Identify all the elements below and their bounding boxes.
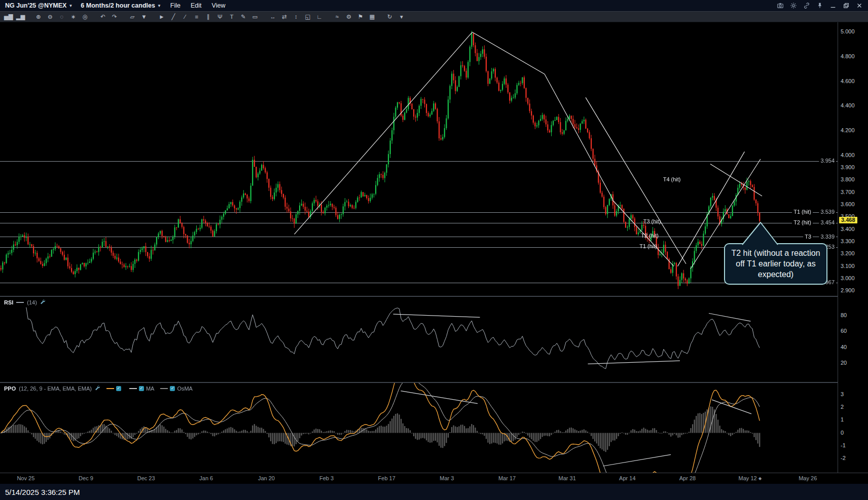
ppo-title: PPO [4,386,16,392]
chevron-down-icon: ▼ [157,4,161,8]
ppo-tick: 3 [841,391,844,397]
time-axis[interactable]: Nov 25Dec 9Dec 23Jan 6Jan 20Feb 3Feb 17M… [0,473,868,484]
price-tick: 3.600 [841,201,855,207]
eraser-icon[interactable]: ▱ [127,12,137,21]
time-axis-label: Mar 3 [440,475,454,481]
pin-icon[interactable] [816,2,823,10]
flag-tool-icon[interactable]: ⚑ [355,12,366,21]
price-tick: 5.000 [841,28,855,34]
symbol-selector[interactable]: NG Jun'25 @NYMEX ▼ [5,2,73,9]
snapshot-icon[interactable] [776,2,784,10]
filter-dropdown-icon[interactable]: ▼ [138,12,149,21]
chart-type-candles-icon[interactable]: ▂▆ [15,12,26,21]
osma-checkbox[interactable]: ✓ [170,386,175,391]
link-icon[interactable] [803,2,810,10]
ppo-params: (12, 26, 9 - EMA, EMA, EMA) [19,386,92,392]
timeframe-selector[interactable]: 6 Months/2 hour candles ▼ [81,2,161,9]
ray-tool-icon[interactable]: ∕ [179,12,190,21]
price-tick: 3.900 [841,164,855,170]
rsi-pane-canvas[interactable] [0,297,838,382]
ppo-tick: -2 [841,455,846,461]
fibonacci-tool-icon[interactable]: ≡ [191,12,202,21]
rsi-tick: 80 [841,312,847,318]
wrench-icon[interactable] [40,299,46,305]
price-axis[interactable]: 5.0004.8004.6004.4004.2004.0003.9003.800… [838,22,868,473]
text-tool-icon[interactable]: T [226,12,237,21]
ma-line-sample [129,388,137,389]
osma-label: OsMA [177,386,193,392]
close-icon[interactable] [855,2,863,10]
chevron-down-icon: ▼ [68,4,73,8]
price-pane-canvas[interactable] [0,22,838,296]
angle-tool-icon[interactable]: ∟ [314,12,324,21]
time-axis-label: Feb 17 [378,475,395,481]
redo-icon[interactable]: ↷ [109,12,120,21]
ppo-tick: 2 [841,404,844,410]
ppo-tick: -1 [841,442,846,448]
indicators-icon[interactable]: ≈ [332,12,342,21]
price-tick: 4.400 [841,102,855,108]
rectangle-tool-icon[interactable]: ▭ [249,12,260,21]
grid-toggle-icon[interactable]: ▦ [367,12,377,21]
ppo-pane-canvas[interactable] [0,383,838,473]
ppo-line-sample [106,388,114,389]
rsi-params: (14) [27,299,37,305]
price-tick: 4.800 [841,53,855,59]
rsi-line-sample [16,302,24,303]
chart-area: RSI (14) PPO (12, 26, 9 - EMA, EMA, EMA)… [0,22,868,484]
menubar: NG Jun'25 @NYMEX ▼ 6 Months/2 hour candl… [0,0,868,11]
time-axis-label: Jan 6 [199,475,213,481]
price-tick: 2.900 [841,287,855,293]
expand-vertical-icon[interactable]: ↕ [291,12,301,21]
pane-separator[interactable] [0,296,868,297]
settings-gear-icon[interactable] [789,2,797,10]
time-axis-label: Apr 14 [619,475,635,481]
window-controls [776,2,863,10]
ppo-line-checkbox[interactable]: ✓ [116,386,121,391]
time-axis-label: Apr 28 [679,475,696,481]
symbol-label: NG Jun'25 @NYMEX [5,2,66,9]
time-axis-label: Nov 25 [17,475,34,481]
toolbar: ▅▇▂▆⊕⊖◌∗◎↶↷▱▼►╱∕≡∥ΨT✎▭↔⇄↕◱∟≈⚙⚑▦↻▾ [0,11,868,22]
zoom-in-icon[interactable]: ⊕ [33,12,44,21]
menu-view[interactable]: View [211,2,227,9]
rsi-pane-header: RSI (14) [4,299,46,305]
ma-checkbox[interactable]: ✓ [139,386,144,391]
pitchfork-tool-icon[interactable]: Ψ [214,12,225,21]
menu-file[interactable]: File [169,2,182,9]
crosshair-icon[interactable]: ◎ [80,12,90,21]
price-tick: 4.600 [841,78,855,84]
pointer-tool-icon[interactable]: ► [156,12,167,21]
zoom-out-icon[interactable]: ⊖ [45,12,55,21]
swap-axes-icon[interactable]: ⇄ [279,12,290,21]
brush-tool-icon[interactable]: ✎ [238,12,248,21]
trendline-tool-icon[interactable]: ╱ [168,12,178,21]
corner-scale-icon[interactable]: ◱ [302,12,313,21]
channel-tool-icon[interactable]: ∥ [203,12,213,21]
price-tick: 4.000 [841,152,855,158]
refresh-icon[interactable]: ↻ [384,12,395,21]
expand-horizontal-icon[interactable]: ↔ [267,12,278,21]
menu-edit[interactable]: Edit [190,2,203,9]
trading-chart-window: NG Jun'25 @NYMEX ▼ 6 Months/2 hour candl… [0,0,868,500]
more-tools-dropdown-icon[interactable]: ▾ [396,12,407,21]
status-bar: 5/14/2025 3:36:25 PM [0,484,868,500]
annotation-callout[interactable]: T2 hit (without a reaction off T1 earlie… [724,243,827,285]
price-tick: 3.100 [841,263,855,269]
zoom-box-icon[interactable]: ◌ [56,12,67,21]
ma-label: MA [146,386,155,392]
minimize-icon[interactable] [829,2,837,10]
settings-gear-icon[interactable]: ⚙ [343,12,354,21]
chart-type-bars-icon[interactable]: ▅▇ [3,12,14,21]
wrench-icon[interactable] [95,385,100,392]
undo-icon[interactable]: ↶ [97,12,108,21]
ppo-pane-header: PPO (12, 26, 9 - EMA, EMA, EMA) ✓ ✓ MA ✓… [4,385,193,392]
ppo-tick: 1 [841,416,844,422]
pan-hand-icon[interactable]: ∗ [68,12,79,21]
time-axis-label: Mar 31 [559,475,576,481]
price-tick: 3.400 [841,226,855,232]
rsi-tick: 40 [841,344,847,350]
pane-separator[interactable] [0,382,868,383]
ppo-line-legend: ✓ [106,386,123,391]
restore-icon[interactable] [842,2,850,10]
